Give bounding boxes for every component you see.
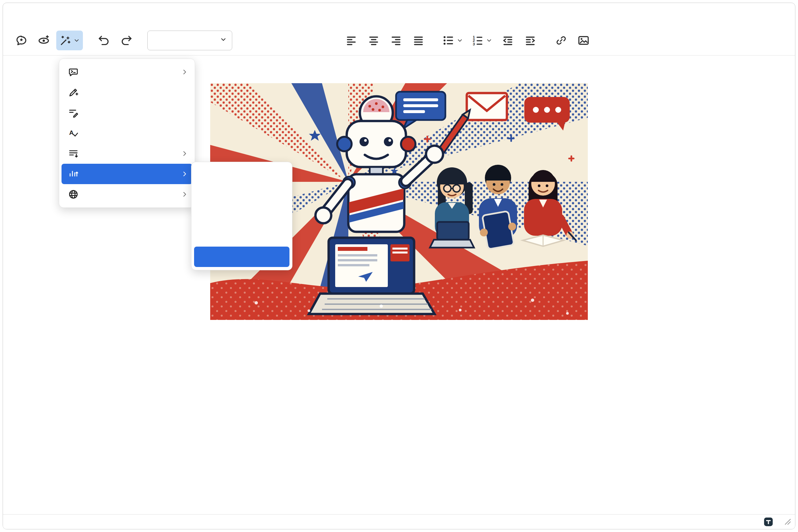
align-right-icon <box>389 34 403 47</box>
chevron-down-icon <box>485 37 493 44</box>
ai-menu-item-chat-commands[interactable] <box>61 62 192 82</box>
ai-menu-item-translate[interactable] <box>61 184 192 205</box>
tone-item-more-confident[interactable] <box>194 226 290 247</box>
change-tone-icon <box>68 168 79 179</box>
ai-dropdown-menu: A <box>59 58 195 208</box>
ai-menu-item-improve-writing[interactable] <box>61 82 192 102</box>
toolbar-group-history <box>94 31 136 50</box>
indent-button[interactable] <box>520 31 540 50</box>
align-left-button[interactable] <box>341 31 361 50</box>
strikethrough-button[interactable] <box>311 31 330 50</box>
ai-menu-item-continue-writing[interactable] <box>61 102 192 123</box>
menubar <box>3 3 795 25</box>
tinymce-editor: 123 <box>3 3 795 529</box>
bullet-list-button[interactable] <box>440 31 466 50</box>
menu-edit[interactable] <box>25 12 35 17</box>
ai-menu-item-change-tone[interactable] <box>61 164 192 184</box>
tone-item-more-friendly[interactable] <box>194 206 290 226</box>
ai-menu-item-fix-grammar[interactable]: A <box>61 123 192 144</box>
outdent-icon <box>501 34 515 47</box>
chevron-down-icon <box>73 37 80 44</box>
menu-tools[interactable] <box>75 12 85 17</box>
ai-shortcuts-icon <box>37 34 50 47</box>
translate-icon <box>68 189 79 200</box>
ai-assistant-button[interactable] <box>12 31 31 50</box>
align-justify-icon <box>412 34 425 47</box>
link-button[interactable] <box>551 31 571 50</box>
numbered-list-icon: 123 <box>471 34 484 47</box>
toolbar-group-insert <box>551 31 593 50</box>
ai-shortcuts-button[interactable] <box>34 31 54 50</box>
indent-icon <box>524 34 537 47</box>
bullet-list-icon <box>442 34 455 47</box>
underline-button[interactable] <box>288 31 308 50</box>
tinymce-logo <box>763 517 773 527</box>
improve-writing-icon <box>68 87 79 98</box>
toolbar-group-ai <box>12 31 83 50</box>
format-select[interactable] <box>147 31 232 50</box>
menu-view[interactable] <box>37 12 48 17</box>
chevron-right-icon <box>181 150 188 157</box>
outdent-button[interactable] <box>498 31 518 50</box>
insert-image-button[interactable] <box>574 31 593 50</box>
ai-commands-button[interactable] <box>56 31 83 50</box>
undo-icon <box>97 34 111 47</box>
svg-text:3: 3 <box>473 42 475 46</box>
menu-table[interactable] <box>87 12 98 17</box>
tone-item-more-casual[interactable] <box>194 165 290 186</box>
menu-help[interactable] <box>100 12 110 17</box>
toolbar-group-format-select <box>147 31 232 50</box>
toolbar-group-align <box>341 31 428 50</box>
statusbar <box>3 514 795 529</box>
ai-chat-icon <box>15 34 28 47</box>
chevron-right-icon <box>181 68 188 76</box>
resize-handle-icon[interactable] <box>784 518 791 525</box>
menu-format[interactable] <box>62 12 73 17</box>
align-center-icon <box>367 34 380 47</box>
ai-menu-item-change-length[interactable] <box>61 144 192 164</box>
image-icon <box>577 34 590 47</box>
chevron-right-icon <box>181 190 188 198</box>
change-length-icon <box>68 148 79 159</box>
tone-item-more-professional[interactable] <box>194 247 290 267</box>
bold-button[interactable] <box>243 31 263 50</box>
tone-item-more-direct[interactable] <box>194 186 290 206</box>
chevron-down-icon <box>219 35 227 46</box>
fix-grammar-spelling-icon: A <box>68 128 79 139</box>
toolbar: 123 <box>3 25 795 56</box>
svg-text:A: A <box>69 129 74 136</box>
change-tone-submenu <box>191 162 293 270</box>
numbered-list-button[interactable]: 123 <box>469 31 495 50</box>
redo-icon <box>120 34 133 47</box>
toolbar-group-text-style <box>243 31 330 50</box>
align-center-button[interactable] <box>364 31 384 50</box>
align-left-icon <box>345 34 358 47</box>
magic-wand-icon <box>59 34 72 47</box>
chevron-down-icon <box>456 37 463 44</box>
redo-button[interactable] <box>116 31 136 50</box>
menu-insert[interactable] <box>50 12 60 17</box>
undo-button[interactable] <box>94 31 114 50</box>
continue-writing-icon <box>68 107 79 118</box>
align-right-button[interactable] <box>386 31 406 50</box>
link-icon <box>555 34 568 47</box>
chevron-right-icon <box>181 170 188 178</box>
menu-file[interactable] <box>12 12 23 17</box>
align-justify-button[interactable] <box>409 31 428 50</box>
toolbar-group-lists: 123 <box>440 31 540 50</box>
chat-commands-icon <box>68 66 79 78</box>
italic-button[interactable] <box>266 31 285 50</box>
